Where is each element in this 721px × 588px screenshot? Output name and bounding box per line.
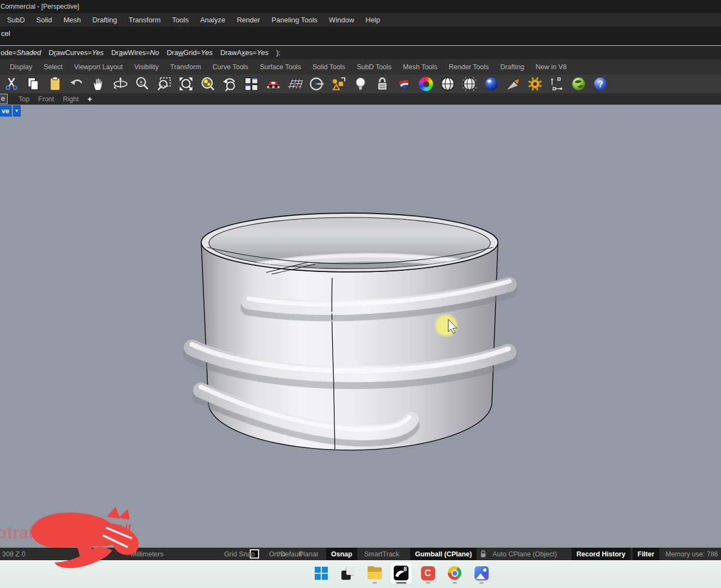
units-readout[interactable]: Millimeters: [131, 548, 164, 560]
tab-curve-tools[interactable]: Curve Tools: [213, 63, 249, 71]
viewport-tab-front[interactable]: Front: [38, 95, 54, 103]
layers-icon[interactable]: [395, 76, 413, 93]
svg-text:?: ?: [598, 79, 603, 89]
svg-text:±: ±: [139, 78, 143, 86]
toggle-grid-snap[interactable]: Grid Snap: [224, 548, 255, 560]
menu-window[interactable]: Window: [327, 15, 356, 25]
tab-new-in-v8[interactable]: New in V8: [536, 63, 567, 71]
tab-drafting[interactable]: Drafting: [500, 63, 524, 71]
watermark-faint-text-2: ir: [61, 531, 70, 547]
tab-render-tools[interactable]: Render Tools: [449, 63, 489, 71]
command-history: cel: [0, 27, 721, 45]
running-indicator: [426, 582, 430, 584]
rhino-8-icon: 8: [394, 566, 408, 580]
rotate-view-icon[interactable]: [112, 76, 129, 93]
undo-icon[interactable]: [68, 76, 86, 93]
toggle-record-history[interactable]: Record History: [572, 548, 630, 560]
rhino-window: Commercial - [Perspective] SubD Solid Me…: [0, 0, 721, 588]
tab-surface-tools[interactable]: Surface Tools: [260, 63, 301, 71]
toggle-auto-cplane[interactable]: Auto CPlane (Object): [492, 548, 557, 560]
lock-icon[interactable]: [374, 76, 391, 93]
start-button[interactable]: [310, 562, 332, 584]
menu-analyze[interactable]: Analyze: [199, 15, 227, 25]
help-icon[interactable]: ?: [592, 76, 609, 93]
rhino-8-button[interactable]: 8: [390, 562, 412, 584]
tab-solid-tools[interactable]: Solid Tools: [313, 63, 345, 71]
tab-transform[interactable]: Transform: [170, 63, 201, 71]
camtasia-button[interactable]: C: [417, 562, 439, 584]
set-view-icon[interactable]: [308, 76, 326, 93]
tab-viewport-layout[interactable]: Viewport Layout: [74, 63, 123, 71]
task-view-button[interactable]: [337, 562, 359, 584]
tab-visibility[interactable]: Visibility: [134, 63, 159, 71]
menu-tools[interactable]: Tools: [171, 15, 190, 25]
add-viewport-tab-button[interactable]: +: [87, 95, 92, 104]
menu-paneling-tools[interactable]: Paneling Tools: [270, 15, 319, 25]
viewport-tab-right[interactable]: Right: [63, 95, 79, 103]
tab-subd-tools[interactable]: SubD Tools: [357, 63, 392, 71]
menu-render[interactable]: Render: [235, 15, 262, 25]
window-title: Commercial - [Perspective]: [1, 3, 79, 10]
status-bar: 308 Z 0 Millimeters Default Grid Snap Or…: [0, 548, 721, 560]
command-prompt[interactable]: ode=Shaded DrawCurves=Yes DrawWires=No D…: [0, 46, 721, 59]
tab-display[interactable]: Display: [10, 63, 32, 71]
shaded-viewport-icon[interactable]: [439, 76, 456, 93]
options-icon[interactable]: [526, 76, 544, 93]
viewport-title-dropdown[interactable]: ve ▼: [0, 105, 21, 117]
ribbon-tab-bar: Display Select Viewport Layout Visibilit…: [0, 59, 721, 75]
web-browser-icon[interactable]: [570, 76, 587, 93]
menu-subd[interactable]: SubD: [5, 15, 27, 25]
chevron-down-icon[interactable]: ▼: [13, 105, 21, 117]
menu-mesh[interactable]: Mesh: [62, 15, 82, 25]
prompt-token[interactable]: DrawAxes=Yes: [220, 49, 269, 57]
lights-icon[interactable]: [352, 76, 369, 93]
zoom-selected-icon[interactable]: [199, 76, 217, 93]
undo-view-icon[interactable]: [221, 76, 238, 93]
named-views-icon[interactable]: [265, 76, 282, 93]
spotlight-icon[interactable]: [504, 76, 522, 93]
ghosted-viewport-icon[interactable]: [461, 76, 478, 93]
memory-usage: Memory use: 786: [665, 548, 718, 560]
zoom-icon[interactable]: ±: [134, 76, 151, 93]
prompt-token[interactable]: DrawWires=No: [111, 49, 159, 57]
menu-solid[interactable]: Solid: [35, 15, 54, 25]
viewport-layout-icon[interactable]: [243, 76, 260, 93]
menu-drafting[interactable]: Drafting: [91, 15, 119, 25]
toggle-planar[interactable]: Planar: [299, 548, 319, 560]
zoom-window-icon[interactable]: [155, 76, 173, 93]
prompt-token[interactable]: DrawGrid=Yes: [167, 49, 213, 57]
toggle-ortho[interactable]: Ortho: [269, 548, 286, 560]
tab-select[interactable]: Select: [44, 63, 63, 71]
viewport-canvas[interactable]: ve ▼: [0, 105, 721, 548]
prompt-token: ):: [276, 49, 280, 57]
paste-icon[interactable]: [46, 76, 64, 93]
cut-icon[interactable]: [3, 76, 20, 93]
selection-filter-icon[interactable]: [330, 76, 347, 93]
file-explorer-button[interactable]: [363, 562, 386, 584]
dimensions-icon[interactable]: [548, 76, 566, 93]
rendered-viewport-icon[interactable]: [483, 76, 500, 93]
zoom-extents-icon[interactable]: [177, 76, 195, 93]
color-wheel-icon[interactable]: [417, 76, 435, 93]
lock-icon: [480, 548, 486, 560]
menu-help[interactable]: Help: [364, 15, 382, 25]
menu-bar: SubD Solid Mesh Drafting Transform Tools…: [0, 13, 721, 27]
threaded-bottle-neck-model: [0, 105, 721, 548]
copy-icon[interactable]: [25, 76, 42, 93]
prompt-token: ode=Shaded: [1, 49, 41, 57]
menu-transform[interactable]: Transform: [127, 15, 163, 25]
cplane-icon[interactable]: [286, 76, 304, 93]
toggle-gumball[interactable]: Gumball (CPlane): [410, 548, 477, 560]
viewport-title-label[interactable]: ve: [0, 105, 12, 117]
toggle-smarttrack[interactable]: SmartTrack: [364, 548, 399, 560]
viewport-tab-top[interactable]: Top: [19, 95, 29, 103]
toggle-filter[interactable]: Filter: [633, 548, 659, 560]
folder-icon: [368, 567, 382, 579]
toggle-osnap[interactable]: Osnap: [326, 548, 357, 560]
viewport-tab-perspective[interactable]: e: [0, 94, 8, 104]
prompt-token[interactable]: DrawCurves=Yes: [49, 49, 104, 57]
pan-icon[interactable]: [90, 76, 107, 93]
chrome-button[interactable]: [443, 562, 466, 584]
tab-mesh-tools[interactable]: Mesh Tools: [403, 63, 437, 71]
photos-button[interactable]: [470, 562, 492, 584]
